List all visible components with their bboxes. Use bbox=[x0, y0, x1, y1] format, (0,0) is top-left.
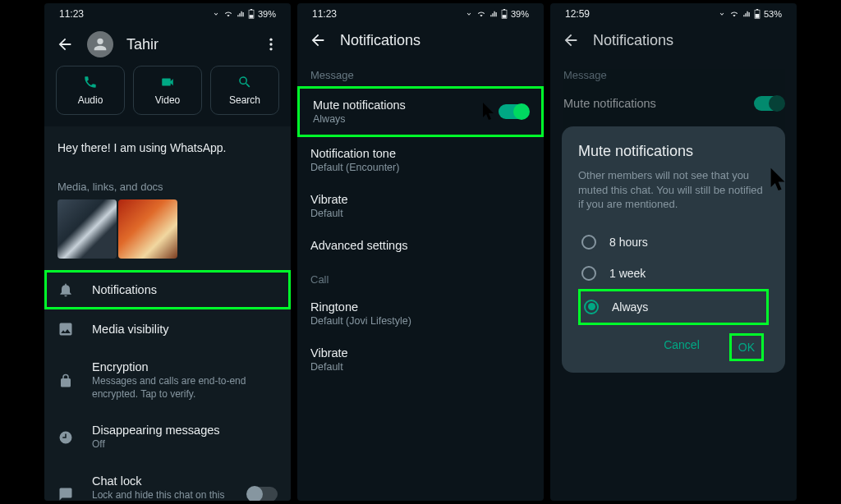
advanced-settings-row[interactable]: Advanced settings bbox=[297, 229, 544, 262]
action-row: Audio Video Search bbox=[44, 66, 291, 126]
status-icons: 39% bbox=[465, 9, 529, 19]
cancel-button[interactable]: Cancel bbox=[657, 333, 706, 361]
search-button[interactable]: Search bbox=[210, 66, 279, 115]
radio-label-1week: 1 week bbox=[609, 267, 646, 280]
header: Notifications bbox=[550, 23, 797, 57]
radio-1week[interactable]: 1 week bbox=[578, 258, 769, 289]
call-vibrate-row[interactable]: Vibrate Default bbox=[297, 337, 544, 383]
screen-mute-dialog: 12:59 53% Notifications Message Mute not… bbox=[550, 3, 797, 501]
signal-icon bbox=[742, 10, 751, 18]
svg-rect-10 bbox=[756, 14, 760, 18]
download-icon bbox=[465, 10, 473, 18]
radio-always[interactable]: Always bbox=[578, 289, 769, 325]
media-visibility-row[interactable]: Media visibility bbox=[44, 309, 291, 349]
status-bar: 11:23 39% bbox=[297, 3, 544, 23]
battery-icon bbox=[501, 9, 508, 19]
tone-title: Notification tone bbox=[310, 147, 531, 160]
ringtone-row[interactable]: Ringtone Default (Jovi Lifestyle) bbox=[297, 291, 544, 337]
media-section[interactable]: Media, links, and docs bbox=[44, 169, 291, 270]
lock-icon bbox=[57, 373, 74, 389]
encryption-row[interactable]: Encryption Messages and calls are end-to… bbox=[44, 349, 291, 412]
mute-toggle[interactable] bbox=[499, 104, 528, 119]
wifi-icon bbox=[476, 10, 486, 18]
vibrate-sub: Default bbox=[310, 208, 531, 219]
radio-label-8hours: 8 hours bbox=[609, 236, 648, 249]
tone-sub: Default (Encounter) bbox=[310, 162, 531, 173]
status-time: 11:23 bbox=[59, 8, 84, 20]
status-time: 11:23 bbox=[312, 8, 337, 20]
contact-name: Tahir bbox=[126, 36, 250, 53]
video-button[interactable]: Video bbox=[133, 66, 202, 115]
signal-icon bbox=[237, 10, 245, 18]
timer-icon bbox=[57, 429, 74, 446]
back-icon[interactable] bbox=[562, 31, 580, 49]
ok-button[interactable]: OK bbox=[729, 333, 764, 361]
notification-tone-row[interactable]: Notification tone Default (Encounter) bbox=[297, 137, 544, 183]
audio-label: Audio bbox=[78, 94, 103, 106]
call-section-label: Call bbox=[297, 262, 544, 291]
mute-notifications-row[interactable]: Mute notifications Always bbox=[297, 86, 544, 137]
status-bar: 11:23 39% bbox=[44, 3, 291, 23]
search-label: Search bbox=[229, 94, 260, 106]
media-thumb-1[interactable] bbox=[57, 199, 117, 259]
svg-point-3 bbox=[269, 39, 272, 41]
svg-point-4 bbox=[269, 43, 272, 45]
bg-mute-row: Mute notifications bbox=[550, 86, 797, 121]
disappearing-sub: Off bbox=[92, 438, 278, 451]
disappearing-row[interactable]: Disappearing messages Off bbox=[44, 412, 291, 463]
page-title: Notifications bbox=[340, 32, 532, 49]
video-icon bbox=[160, 75, 175, 89]
svg-rect-11 bbox=[756, 9, 758, 10]
back-icon[interactable] bbox=[56, 35, 74, 53]
encryption-sub: Messages and calls are end-to-end encryp… bbox=[92, 375, 278, 401]
radio-8hours[interactable]: 8 hours bbox=[578, 227, 769, 258]
about-text[interactable]: Hey there! I am using WhatsApp. bbox=[44, 126, 291, 169]
dialog-desc: Other members will not see that you mute… bbox=[578, 168, 769, 212]
media-visibility-label: Media visibility bbox=[92, 323, 278, 336]
notifications-label: Notifications bbox=[92, 283, 278, 296]
vibrate-title: Vibrate bbox=[310, 193, 531, 206]
audio-button[interactable]: Audio bbox=[56, 66, 125, 115]
notifications-row[interactable]: Notifications bbox=[44, 270, 291, 309]
media-thumb-2[interactable] bbox=[118, 199, 177, 259]
bg-message-label: Message bbox=[550, 57, 797, 86]
svg-rect-8 bbox=[503, 9, 505, 10]
more-icon[interactable] bbox=[263, 36, 279, 53]
advanced-title: Advanced settings bbox=[310, 239, 531, 252]
media-header: Media, links, and docs bbox=[44, 169, 291, 199]
page-title: Notifications bbox=[593, 32, 785, 49]
signal-icon bbox=[489, 10, 498, 18]
image-icon bbox=[57, 321, 74, 337]
ringtone-sub: Default (Jovi Lifestyle) bbox=[310, 315, 531, 327]
radio-label-always: Always bbox=[612, 300, 648, 314]
chatlock-toggle[interactable] bbox=[248, 487, 278, 501]
bell-icon bbox=[57, 282, 74, 298]
svg-rect-1 bbox=[250, 15, 254, 18]
dialog-overlay: Mute notifications Other members will no… bbox=[550, 126, 797, 373]
phone-icon bbox=[83, 75, 98, 89]
svg-rect-2 bbox=[250, 9, 252, 10]
download-icon bbox=[718, 10, 726, 18]
status-icons: 39% bbox=[212, 9, 276, 19]
mute-dialog: Mute notifications Other members will no… bbox=[562, 126, 785, 373]
radio-icon bbox=[581, 235, 596, 250]
back-icon[interactable] bbox=[309, 31, 327, 49]
screen-contact-info: 11:23 39% Tahir Audio Video Search Hey t… bbox=[44, 3, 291, 501]
svg-point-5 bbox=[269, 48, 272, 50]
ringtone-title: Ringtone bbox=[310, 300, 531, 314]
bg-mute-toggle bbox=[754, 96, 784, 111]
vibrate-row[interactable]: Vibrate Default bbox=[297, 183, 544, 229]
message-section-label: Message bbox=[297, 57, 544, 86]
battery-icon bbox=[248, 9, 255, 19]
chatlock-icon bbox=[57, 486, 74, 501]
radio-icon bbox=[581, 266, 596, 281]
avatar[interactable] bbox=[87, 31, 113, 57]
battery-percent: 39% bbox=[258, 9, 276, 19]
call-vibrate-sub: Default bbox=[310, 361, 531, 373]
cursor-icon bbox=[769, 166, 790, 194]
status-time: 12:59 bbox=[565, 8, 590, 20]
encryption-title: Encryption bbox=[92, 360, 278, 373]
chatlock-row[interactable]: Chat lock Lock and hide this chat on thi… bbox=[44, 463, 291, 501]
wifi-icon bbox=[729, 10, 739, 18]
search-icon bbox=[237, 75, 252, 89]
